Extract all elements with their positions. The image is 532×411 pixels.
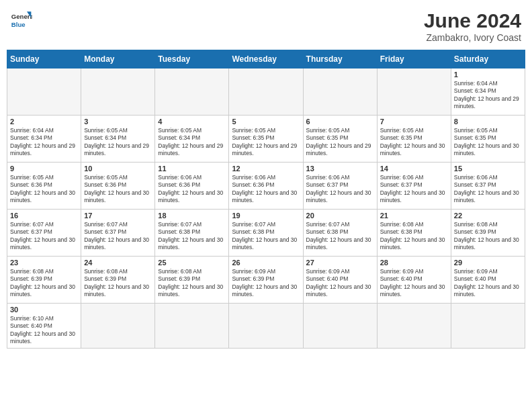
day-number: 16: [10, 212, 78, 220]
day-info: Sunrise: 6:05 AMSunset: 6:34 PMDaylight:…: [158, 127, 226, 158]
calendar-cell: [7, 68, 81, 116]
day-number: 2: [10, 118, 78, 126]
calendar-cell: 30Sunrise: 6:10 AMSunset: 6:40 PMDayligh…: [7, 304, 81, 349]
day-number: 5: [232, 118, 300, 126]
calendar-week-2: 2Sunrise: 6:04 AMSunset: 6:34 PMDaylight…: [7, 116, 525, 163]
day-info: Sunrise: 6:04 AMSunset: 6:34 PMDaylight:…: [454, 80, 522, 111]
day-number: 19: [232, 212, 300, 220]
calendar-cell: [377, 68, 451, 116]
day-number: 26: [232, 259, 300, 267]
calendar-cell: 16Sunrise: 6:07 AMSunset: 6:37 PMDayligh…: [7, 210, 81, 257]
calendar-cell: 1Sunrise: 6:04 AMSunset: 6:34 PMDaylight…: [451, 68, 525, 116]
day-info: Sunrise: 6:08 AMSunset: 6:38 PMDaylight:…: [380, 221, 448, 252]
day-info: Sunrise: 6:08 AMSunset: 6:39 PMDaylight:…: [454, 221, 522, 252]
calendar-cell: [303, 68, 377, 116]
day-number: 11: [158, 165, 226, 173]
day-info: Sunrise: 6:05 AMSunset: 6:35 PMDaylight:…: [380, 127, 448, 158]
calendar-cell: [81, 68, 155, 116]
weekday-header-friday: Friday: [377, 50, 451, 68]
day-number: 7: [380, 118, 448, 126]
calendar-week-5: 23Sunrise: 6:08 AMSunset: 6:39 PMDayligh…: [7, 257, 525, 304]
day-info: Sunrise: 6:09 AMSunset: 6:40 PMDaylight:…: [454, 268, 522, 299]
weekday-header-tuesday: Tuesday: [155, 50, 229, 68]
svg-text:Blue: Blue: [11, 21, 26, 28]
calendar-cell: [303, 304, 377, 349]
calendar-cell: [451, 304, 525, 349]
day-info: Sunrise: 6:05 AMSunset: 6:35 PMDaylight:…: [232, 127, 300, 158]
calendar-cell: 15Sunrise: 6:06 AMSunset: 6:37 PMDayligh…: [451, 163, 525, 210]
weekday-header-monday: Monday: [81, 50, 155, 68]
calendar-week-4: 16Sunrise: 6:07 AMSunset: 6:37 PMDayligh…: [7, 210, 525, 257]
day-info: Sunrise: 6:05 AMSunset: 6:35 PMDaylight:…: [306, 127, 374, 158]
day-number: 13: [306, 165, 374, 173]
day-info: Sunrise: 6:05 AMSunset: 6:35 PMDaylight:…: [454, 127, 522, 158]
calendar-cell: 7Sunrise: 6:05 AMSunset: 6:35 PMDaylight…: [377, 116, 451, 163]
day-info: Sunrise: 6:08 AMSunset: 6:39 PMDaylight:…: [158, 268, 226, 299]
weekday-header-saturday: Saturday: [451, 50, 525, 68]
calendar-cell: 25Sunrise: 6:08 AMSunset: 6:39 PMDayligh…: [155, 257, 229, 304]
day-info: Sunrise: 6:10 AMSunset: 6:40 PMDaylight:…: [10, 315, 78, 346]
calendar-cell: 17Sunrise: 6:07 AMSunset: 6:37 PMDayligh…: [81, 210, 155, 257]
weekday-header-thursday: Thursday: [303, 50, 377, 68]
calendar-cell: 11Sunrise: 6:06 AMSunset: 6:36 PMDayligh…: [155, 163, 229, 210]
calendar-cell: 3Sunrise: 6:05 AMSunset: 6:34 PMDaylight…: [81, 116, 155, 163]
day-info: Sunrise: 6:07 AMSunset: 6:38 PMDaylight:…: [306, 221, 374, 252]
day-info: Sunrise: 6:06 AMSunset: 6:37 PMDaylight:…: [306, 174, 374, 205]
day-info: Sunrise: 6:05 AMSunset: 6:34 PMDaylight:…: [84, 127, 152, 158]
calendar-table: SundayMondayTuesdayWednesdayThursdayFrid…: [7, 50, 525, 349]
calendar-cell: 10Sunrise: 6:05 AMSunset: 6:36 PMDayligh…: [81, 163, 155, 210]
weekday-header-sunday: Sunday: [7, 50, 81, 68]
calendar-cell: 19Sunrise: 6:07 AMSunset: 6:38 PMDayligh…: [229, 210, 303, 257]
day-number: 23: [10, 259, 78, 267]
calendar-cell: 12Sunrise: 6:06 AMSunset: 6:36 PMDayligh…: [229, 163, 303, 210]
calendar-cell: 5Sunrise: 6:05 AMSunset: 6:35 PMDaylight…: [229, 116, 303, 163]
day-number: 8: [454, 118, 522, 126]
weekday-header-row: SundayMondayTuesdayWednesdayThursdayFrid…: [7, 50, 525, 68]
calendar-subtitle: Zambakro, Ivory Coast: [424, 32, 521, 43]
day-info: Sunrise: 6:09 AMSunset: 6:39 PMDaylight:…: [232, 268, 300, 299]
calendar-cell: [229, 68, 303, 116]
calendar-title: June 2024: [424, 9, 521, 32]
calendar-cell: 22Sunrise: 6:08 AMSunset: 6:39 PMDayligh…: [451, 210, 525, 257]
day-number: 25: [158, 259, 226, 267]
logo-icon: GeneralBlue: [11, 9, 32, 31]
day-number: 21: [380, 212, 448, 220]
day-info: Sunrise: 6:09 AMSunset: 6:40 PMDaylight:…: [380, 268, 448, 299]
calendar-cell: [229, 304, 303, 349]
day-number: 1: [454, 71, 522, 79]
day-number: 28: [380, 259, 448, 267]
day-number: 4: [158, 118, 226, 126]
day-number: 29: [454, 259, 522, 267]
day-info: Sunrise: 6:06 AMSunset: 6:36 PMDaylight:…: [158, 174, 226, 205]
calendar-cell: 24Sunrise: 6:08 AMSunset: 6:39 PMDayligh…: [81, 257, 155, 304]
calendar-week-3: 9Sunrise: 6:05 AMSunset: 6:36 PMDaylight…: [7, 163, 525, 210]
day-info: Sunrise: 6:04 AMSunset: 6:34 PMDaylight:…: [10, 127, 78, 158]
calendar-cell: [81, 304, 155, 349]
calendar-cell: [155, 304, 229, 349]
day-number: 3: [84, 118, 152, 126]
day-number: 22: [454, 212, 522, 220]
day-info: Sunrise: 6:09 AMSunset: 6:40 PMDaylight:…: [306, 268, 374, 299]
day-number: 14: [380, 165, 448, 173]
weekday-header-wednesday: Wednesday: [229, 50, 303, 68]
calendar-week-1: 1Sunrise: 6:04 AMSunset: 6:34 PMDaylight…: [7, 68, 525, 116]
calendar-cell: 6Sunrise: 6:05 AMSunset: 6:35 PMDaylight…: [303, 116, 377, 163]
calendar-cell: 29Sunrise: 6:09 AMSunset: 6:40 PMDayligh…: [451, 257, 525, 304]
calendar-cell: 27Sunrise: 6:09 AMSunset: 6:40 PMDayligh…: [303, 257, 377, 304]
day-number: 15: [454, 165, 522, 173]
calendar-cell: 18Sunrise: 6:07 AMSunset: 6:38 PMDayligh…: [155, 210, 229, 257]
calendar-cell: 26Sunrise: 6:09 AMSunset: 6:39 PMDayligh…: [229, 257, 303, 304]
calendar-cell: 14Sunrise: 6:06 AMSunset: 6:37 PMDayligh…: [377, 163, 451, 210]
calendar-cell: 28Sunrise: 6:09 AMSunset: 6:40 PMDayligh…: [377, 257, 451, 304]
day-info: Sunrise: 6:05 AMSunset: 6:36 PMDaylight:…: [10, 174, 78, 205]
day-number: 6: [306, 118, 374, 126]
day-number: 24: [84, 259, 152, 267]
day-number: 12: [232, 165, 300, 173]
calendar-cell: 13Sunrise: 6:06 AMSunset: 6:37 PMDayligh…: [303, 163, 377, 210]
logo: GeneralBlue: [11, 9, 32, 31]
calendar-cell: [155, 68, 229, 116]
calendar-cell: 8Sunrise: 6:05 AMSunset: 6:35 PMDaylight…: [451, 116, 525, 163]
day-info: Sunrise: 6:06 AMSunset: 6:36 PMDaylight:…: [232, 174, 300, 205]
calendar-cell: 21Sunrise: 6:08 AMSunset: 6:38 PMDayligh…: [377, 210, 451, 257]
calendar-cell: 20Sunrise: 6:07 AMSunset: 6:38 PMDayligh…: [303, 210, 377, 257]
